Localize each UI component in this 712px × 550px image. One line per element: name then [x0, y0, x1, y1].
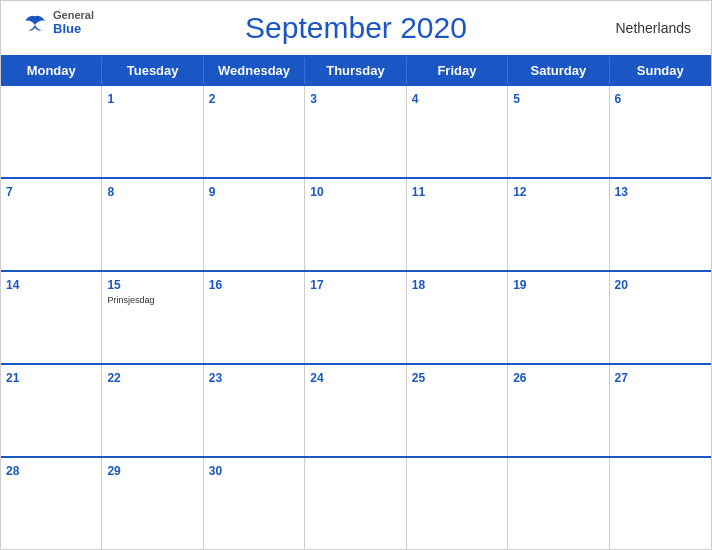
event-prinsjesdag: Prinsjesdag: [107, 295, 197, 305]
day-cell-prinsjesdag: 15 Prinsjesdag: [102, 272, 203, 363]
logo: General Blue: [21, 9, 94, 36]
day-cell: 22: [102, 365, 203, 456]
day-headers: Monday Tuesday Wednesday Thursday Friday…: [1, 57, 711, 84]
calendar-title: September 2020: [245, 11, 467, 45]
header-thursday: Thursday: [305, 57, 406, 84]
logo-blue-text: Blue: [53, 21, 94, 36]
week-row-3: 14 15 Prinsjesdag 16 17 18 19 20: [1, 270, 711, 363]
day-cell: 7: [1, 179, 102, 270]
day-cell: 11: [407, 179, 508, 270]
week-row-2: 7 8 9 10 11 12 13: [1, 177, 711, 270]
day-cell: 16: [204, 272, 305, 363]
week-row-5: 28 29 30: [1, 456, 711, 549]
header-saturday: Saturday: [508, 57, 609, 84]
day-cell: 3: [305, 86, 406, 177]
day-cell: 19: [508, 272, 609, 363]
day-cell: 23: [204, 365, 305, 456]
day-cell: 17: [305, 272, 406, 363]
day-cell: 27: [610, 365, 711, 456]
day-cell: 28: [1, 458, 102, 549]
logo-icon: [21, 13, 49, 33]
day-cell: 21: [1, 365, 102, 456]
week-row-4: 21 22 23 24 25 26 27: [1, 363, 711, 456]
day-cell: 12: [508, 179, 609, 270]
header-wednesday: Wednesday: [204, 57, 305, 84]
day-cell: [407, 458, 508, 549]
day-cell: 9: [204, 179, 305, 270]
day-cell: 5: [508, 86, 609, 177]
weeks-container: 1 2 3 4 5 6 7 8 9 10 11 12 13 14 15: [1, 84, 711, 549]
day-cell: [610, 458, 711, 549]
country-label: Netherlands: [616, 20, 692, 36]
day-cell: 6: [610, 86, 711, 177]
day-cell: 4: [407, 86, 508, 177]
day-cell: 10: [305, 179, 406, 270]
day-cell: [1, 86, 102, 177]
day-cell: 2: [204, 86, 305, 177]
week-row-1: 1 2 3 4 5 6: [1, 84, 711, 177]
calendar-wrapper: General Blue September 2020 Netherlands …: [0, 0, 712, 550]
header-monday: Monday: [1, 57, 102, 84]
header-tuesday: Tuesday: [102, 57, 203, 84]
calendar-header: General Blue September 2020 Netherlands: [1, 1, 711, 55]
header-sunday: Sunday: [610, 57, 711, 84]
day-cell: 13: [610, 179, 711, 270]
day-cell: 26: [508, 365, 609, 456]
day-cell: 14: [1, 272, 102, 363]
calendar-grid: Monday Tuesday Wednesday Thursday Friday…: [1, 55, 711, 549]
day-cell: 30: [204, 458, 305, 549]
day-cell: [508, 458, 609, 549]
day-cell: 1: [102, 86, 203, 177]
header-friday: Friday: [407, 57, 508, 84]
day-cell: 29: [102, 458, 203, 549]
day-cell: 24: [305, 365, 406, 456]
day-cell: 20: [610, 272, 711, 363]
day-cell: 25: [407, 365, 508, 456]
day-cell: 18: [407, 272, 508, 363]
logo-general-text: General: [53, 9, 94, 21]
day-cell: [305, 458, 406, 549]
day-cell: 8: [102, 179, 203, 270]
